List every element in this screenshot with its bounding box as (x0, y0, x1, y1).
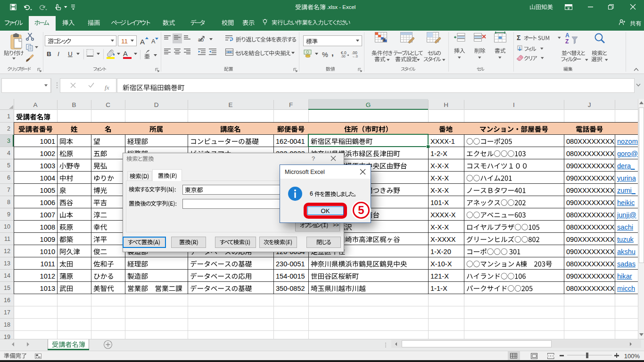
svg-text:ab: ab (198, 37, 204, 42)
svg-text:≠: ≠ (382, 36, 386, 43)
svg-text:.00: .00 (341, 55, 346, 58)
svg-text:→.0: →.0 (352, 55, 358, 58)
svg-text:5: 5 (358, 204, 364, 216)
svg-text:A: A (565, 32, 570, 39)
svg-text:Z: Z (565, 38, 569, 45)
